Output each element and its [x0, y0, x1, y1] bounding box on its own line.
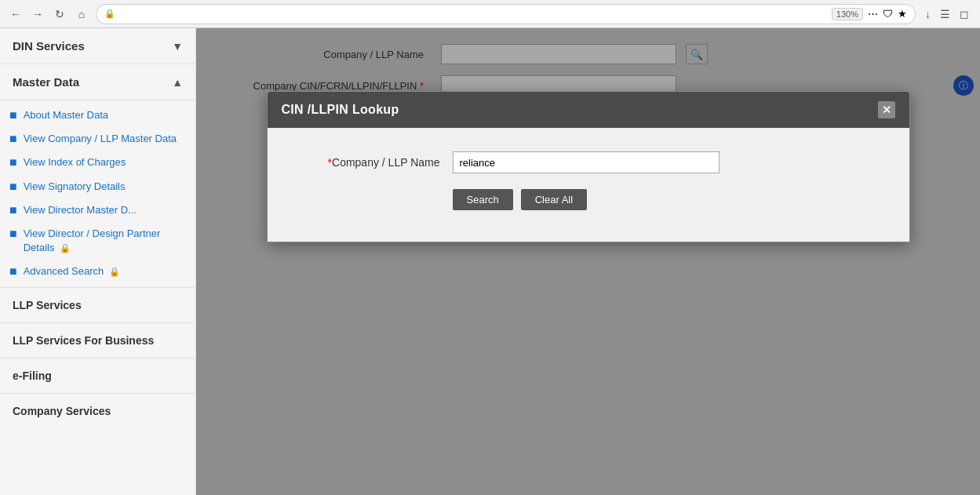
address-bar: 🔒 mca.gov.in/mcaforportal/viewCompanyMas…	[96, 4, 916, 24]
modal-company-name-row: *Company / LLP Name	[299, 151, 878, 173]
zoom-badge: 130%	[832, 8, 863, 20]
company-services-title: Company Services	[13, 405, 111, 417]
master-data-header[interactable]: Master Data ▲	[0, 64, 195, 100]
modal-header: CIN /LLPIN Lookup ✕	[268, 92, 909, 128]
main-layout: DIN Services ▼ Master Data ▲ ■ About Mas…	[0, 28, 980, 495]
modal-company-name-input[interactable]	[453, 151, 720, 173]
sidebar-item-view-director-design[interactable]: ■ View Director / Design Partner Details…	[0, 222, 195, 260]
sidebar: DIN Services ▼ Master Data ▲ ■ About Mas…	[0, 28, 196, 495]
url-input[interactable]: mca.gov.in/mcaforportal/viewCompanyMaste…	[120, 9, 827, 20]
star-icon[interactable]: ★	[898, 8, 907, 20]
efiling-header[interactable]: e-Filing	[0, 358, 195, 393]
din-services-title: DIN Services	[13, 39, 85, 53]
bullet-icon: ■	[9, 109, 17, 122]
cin-lookup-modal: CIN /LLPIN Lookup ✕ *Company / LLP Name …	[267, 91, 910, 242]
modal-overlay: CIN /LLPIN Lookup ✕ *Company / LLP Name …	[196, 28, 980, 495]
bullet-icon: ■	[9, 227, 17, 240]
home-button[interactable]: ⌂	[74, 6, 89, 22]
browser-actions: ↓ ☰ ◻	[922, 6, 972, 22]
back-button[interactable]: ←	[8, 6, 24, 22]
modal-clear-button[interactable]: Clear All	[521, 189, 587, 210]
shield-icon: 🛡	[883, 8, 893, 20]
modal-buttons: Search Clear All	[453, 189, 878, 210]
llp-services-header[interactable]: LLP Services	[0, 287, 195, 322]
din-services-header[interactable]: DIN Services ▼	[0, 28, 195, 64]
llp-services-business-title: LLP Services For Business	[13, 334, 154, 347]
sidebar-item-label: View Company / LLP Master Data	[24, 132, 177, 146]
sidebar-item-about-master-data[interactable]: ■ About Master Data	[0, 104, 195, 127]
download-icon[interactable]: ↓	[922, 6, 934, 22]
refresh-button[interactable]: ↻	[52, 6, 67, 22]
menu-dots-icon[interactable]: ⋯	[868, 8, 878, 20]
maximize-icon[interactable]: ◻	[956, 6, 972, 22]
sidebar-item-label: View Director Master D...	[24, 203, 137, 217]
master-data-title: Master Data	[13, 75, 79, 89]
master-data-chevron-up-icon: ▲	[172, 76, 183, 89]
modal-company-name-label: *Company / LLP Name	[299, 156, 440, 169]
forward-button[interactable]: →	[30, 6, 46, 22]
sidebar-item-label: About Master Data	[24, 108, 108, 122]
sidebar-item-view-company-llp[interactable]: ■ View Company / LLP Master Data	[0, 127, 195, 151]
browser-chrome: ← → ↻ ⌂ 🔒 mca.gov.in/mcaforportal/viewCo…	[0, 0, 980, 28]
bullet-icon: ■	[9, 180, 17, 193]
bullet-icon: ■	[9, 204, 17, 217]
sidebar-item-label: Advanced Search 🔒	[24, 264, 120, 278]
sidebar-item-label: View Signatory Details	[24, 180, 126, 194]
sidebar-item-label: View Index of Charges	[24, 155, 126, 169]
llp-services-business-header[interactable]: LLP Services For Business	[0, 322, 195, 358]
bullet-icon: ■	[9, 265, 17, 278]
bullet-icon: ■	[9, 133, 17, 145]
modal-body: *Company / LLP Name Search Clear All	[268, 128, 909, 242]
sidebar-item-label: View Director / Design Partner Details 🔒	[24, 227, 183, 255]
sidebar-item-advanced-search[interactable]: ■ Advanced Search 🔒	[0, 260, 195, 283]
efiling-title: e-Filing	[13, 369, 52, 382]
lock-icon: 🔒	[104, 9, 115, 19]
sidebar-item-view-signatory-details[interactable]: ■ View Signatory Details	[0, 175, 195, 198]
sidebar-item-view-director-master[interactable]: ■ View Director Master D...	[0, 198, 195, 222]
modal-title: CIN /LLPIN Lookup	[282, 103, 399, 117]
sidebar-item-view-index-charges[interactable]: ■ View Index of Charges	[0, 151, 195, 174]
main-content: Company / LLP Name 🔍 Company CIN/FCRN/LL…	[196, 28, 980, 495]
library-icon[interactable]: ☰	[937, 6, 953, 22]
modal-search-button[interactable]: Search	[453, 189, 513, 210]
modal-close-button[interactable]: ✕	[878, 101, 895, 118]
din-chevron-down-icon: ▼	[172, 40, 183, 53]
llp-services-title: LLP Services	[13, 299, 82, 311]
company-services-header[interactable]: Company Services	[0, 393, 195, 428]
master-data-menu: ■ About Master Data ■ View Company / LLP…	[0, 100, 195, 287]
bullet-icon: ■	[9, 156, 17, 169]
